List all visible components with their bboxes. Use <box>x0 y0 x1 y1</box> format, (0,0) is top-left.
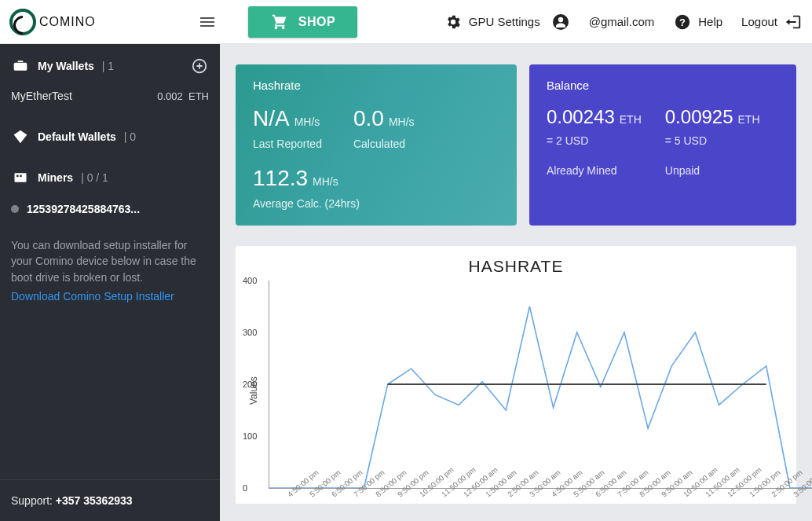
miner-name: 12539278425884763... <box>27 203 140 215</box>
svg-rect-7 <box>20 175 22 178</box>
svg-point-1 <box>558 17 562 21</box>
hashrate-average: 112.3 <box>253 166 308 190</box>
add-wallet-button[interactable] <box>190 57 209 75</box>
brand-name: COMINO <box>39 15 96 29</box>
wallet-icon <box>11 57 30 75</box>
gpu-settings-link[interactable]: GPU Settings <box>444 13 570 31</box>
support-footer: Support: +357 35362933 <box>0 479 220 521</box>
app-header: COMINO SHOP GPU Settings @gmail.com ? He… <box>0 0 812 44</box>
help-link[interactable]: ? Help <box>673 13 722 31</box>
cart-icon <box>270 13 289 31</box>
download-installer-link[interactable]: Download Comino Setup Installer <box>0 290 220 303</box>
svg-rect-5 <box>15 173 27 182</box>
main-content: Hashrate N/AMH/s Last Reported 0.0MH/s C… <box>220 44 812 521</box>
card-title: Balance <box>547 79 779 92</box>
gpu-settings-label: GPU Settings <box>469 15 540 28</box>
wallet-balance: 0.002 ETH <box>157 90 209 102</box>
help-icon: ? <box>673 13 692 31</box>
hashrate-card: Hashrate N/AMH/s Last Reported 0.0MH/s C… <box>236 64 517 226</box>
miners-icon <box>11 168 30 187</box>
status-dot-icon <box>11 205 19 213</box>
sidebar: My Wallets | 1 MyEtherTest 0.002 ETH Def… <box>0 44 220 521</box>
svg-rect-6 <box>16 175 19 178</box>
gear-icon <box>444 13 463 31</box>
hashrate-calculated: 0.0 <box>353 106 384 130</box>
my-wallets-header[interactable]: My Wallets | 1 <box>0 44 220 82</box>
logout-icon <box>784 13 803 31</box>
support-phone[interactable]: +357 35362933 <box>56 494 133 507</box>
chart-title: HASHRATE <box>245 257 787 276</box>
logout-link[interactable]: Logout <box>741 13 803 31</box>
hashrate-last-reported: N/A <box>253 106 290 130</box>
balance-card: Balance 0.00243ETH = 2 USD Already Mined… <box>529 64 796 226</box>
card-title: Hashrate <box>253 79 499 92</box>
chart-x-ticks: 4:50:00 pm5:50:00 pm6:50:00 pm7:50:00 pm… <box>286 492 812 501</box>
hashrate-chart: HASHRATE Values 0100200300400 4:50:00 pm… <box>236 246 796 504</box>
shop-button[interactable]: SHOP <box>248 6 357 38</box>
chart-plot-area: 0100200300400 <box>269 281 812 489</box>
wallet-name: MyEtherTest <box>11 90 72 102</box>
shop-label: SHOP <box>298 15 335 29</box>
balance-mined: 0.00243 <box>547 106 615 127</box>
logo-icon <box>9 9 36 35</box>
miners-header[interactable]: Miners | 0 / 1 <box>0 152 220 195</box>
miner-item[interactable]: 12539278425884763... <box>0 195 220 223</box>
default-wallets-header[interactable]: Default Wallets | 0 <box>0 110 220 152</box>
menu-icon[interactable] <box>198 13 217 31</box>
account-icon <box>551 13 570 31</box>
user-email[interactable]: @gmail.com <box>589 15 655 28</box>
wallet-item[interactable]: MyEtherTest 0.002 ETH <box>0 82 220 110</box>
chart-y-label: Values <box>245 281 262 501</box>
diamond-icon <box>11 127 30 146</box>
brand-logo[interactable]: COMINO <box>9 9 96 35</box>
balance-unpaid: 0.00925 <box>665 106 733 127</box>
svg-text:?: ? <box>679 16 686 28</box>
installer-text: You can download setup installer for you… <box>0 223 220 290</box>
